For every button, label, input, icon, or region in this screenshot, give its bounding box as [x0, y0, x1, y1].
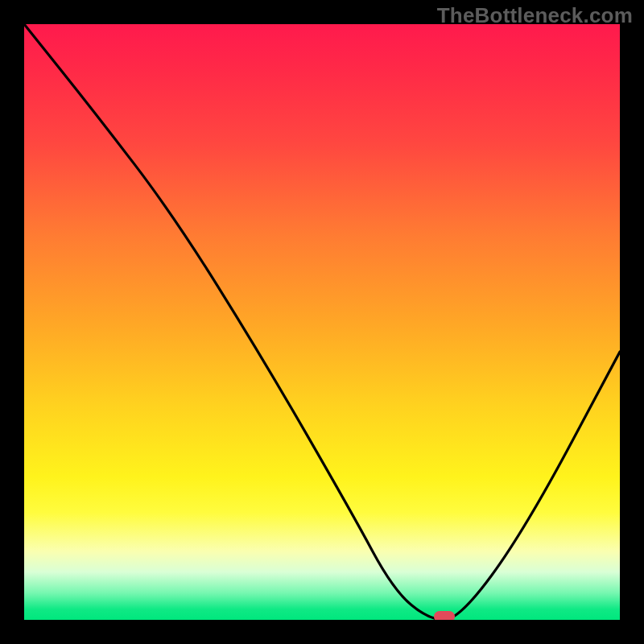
plot-area: [24, 24, 620, 620]
watermark-text: TheBottleneck.com: [437, 3, 633, 28]
curve-overlay: [24, 24, 620, 620]
optimum-marker: [434, 611, 455, 620]
curve-path: [24, 24, 620, 620]
chart-frame: TheBottleneck.com: [0, 0, 644, 644]
